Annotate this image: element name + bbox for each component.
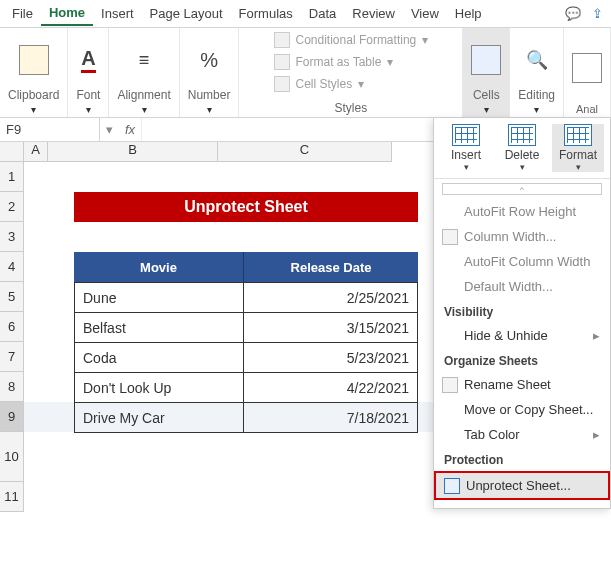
menubar: File Home Insert Page Layout Formulas Da… [0,0,611,28]
table-row[interactable]: Drive My Car7/18/2021 [75,403,418,433]
table-headers: Movie Release Date [74,252,418,282]
menu-formulas[interactable]: Formulas [231,2,301,25]
share-icon[interactable]: ⇪ [587,4,607,24]
row-headers: 1 2 3 4 5 6 7 8 9 10 11 [0,162,24,512]
delete-cells-button[interactable]: Delete▾ [496,124,548,172]
rename-icon [442,377,458,393]
table-row[interactable]: Belfast3/15/2021 [75,313,418,343]
menu-view[interactable]: View [403,2,447,25]
clipboard-label[interactable]: Clipboard [8,88,59,115]
row-11[interactable]: 11 [0,482,24,512]
cell-date: 3/15/2021 [244,313,418,343]
header-release-date: Release Date [244,252,418,282]
analyze-icon[interactable] [572,53,602,83]
paste-icon[interactable] [19,45,49,75]
select-all-corner[interactable] [0,142,24,162]
unprotect-sheet-item[interactable]: Unprotect Sheet... [434,471,610,500]
row-4[interactable]: 4 [0,252,24,282]
row-6[interactable]: 6 [0,312,24,342]
cell-movie: Dune [75,283,244,313]
percent-icon[interactable]: % [200,49,218,72]
insert-cells-button[interactable]: Insert▾ [440,124,492,172]
cell-styles-icon [274,76,290,92]
format-dropdown: Insert▾ Delete▾ Format▾ ^ AutoFit Row He… [433,118,611,509]
delete-icon [508,124,536,146]
group-editing: 🔍 Editing [510,28,564,117]
tab-color-item[interactable]: Tab Color▸ [434,422,610,447]
title-banner: Unprotect Sheet [74,192,418,222]
autofit-row-height-item[interactable]: AutoFit Row Height [434,199,610,224]
row-8[interactable]: 8 [0,372,24,402]
find-icon[interactable]: 🔍 [526,49,548,71]
table-icon [274,54,290,70]
cell-date: 4/22/2021 [244,373,418,403]
cells-label: Cells [473,88,500,115]
menu-page-layout[interactable]: Page Layout [142,2,231,25]
menu-help[interactable]: Help [447,2,490,25]
rename-sheet-item[interactable]: Rename Sheet [434,372,610,397]
ribbon: Clipboard A Font ≡ Alignment % Number Co… [0,28,611,118]
table-row[interactable]: Coda5/23/2021 [75,343,418,373]
menu-file[interactable]: File [4,2,41,25]
namebox-dropdown-icon[interactable]: ▾ [100,122,119,137]
col-width-icon [442,229,458,245]
font-label[interactable]: Font [76,88,100,115]
cell-movie: Coda [75,343,244,373]
cond-fmt-icon [274,32,290,48]
menu-data[interactable]: Data [301,2,344,25]
data-table: Dune2/25/2021 Belfast3/15/2021 Coda5/23/… [74,282,418,433]
cell-movie: Belfast [75,313,244,343]
row-10[interactable]: 10 [0,432,24,482]
column-width-item[interactable]: Column Width... [434,224,610,249]
header-movie: Movie [74,252,244,282]
group-analysis: Anal [564,28,611,117]
cell-date: 7/18/2021 [244,403,418,433]
comments-icon[interactable]: 💬 [563,4,583,24]
number-label[interactable]: Number [188,88,231,115]
group-font: A Font [68,28,109,117]
editing-label[interactable]: Editing [518,88,555,115]
fx-icon[interactable]: fx [119,122,141,137]
move-copy-sheet-item[interactable]: Move or Copy Sheet... [434,397,610,422]
font-color-icon[interactable]: A [81,47,95,73]
col-A[interactable]: A [24,142,48,162]
analysis-label: Anal [576,103,598,115]
row-height-slider[interactable]: ^ [442,183,602,195]
group-cells[interactable]: Cells [463,28,510,117]
hide-unhide-item[interactable]: Hide & Unhide▸ [434,323,610,348]
group-styles: Conditional Formatting ▾ Format as Table… [239,28,463,117]
format-as-table-button[interactable]: Format as Table ▾ [274,54,394,70]
default-width-item[interactable]: Default Width... [434,274,610,299]
autofit-col-width-item[interactable]: AutoFit Column Width [434,249,610,274]
row-5[interactable]: 5 [0,282,24,312]
cell-movie: Drive My Car [75,403,244,433]
visibility-section: Visibility [434,299,610,323]
col-C[interactable]: C [218,142,392,162]
table-row[interactable]: Dune2/25/2021 [75,283,418,313]
format-icon [564,124,592,146]
conditional-formatting-button[interactable]: Conditional Formatting ▾ [274,32,429,48]
name-box[interactable]: F9 [0,118,100,141]
row-2[interactable]: 2 [0,192,24,222]
alignment-label[interactable]: Alignment [117,88,170,115]
cell-styles-button[interactable]: Cell Styles ▾ [274,76,365,92]
table-row[interactable]: Don't Look Up4/22/2021 [75,373,418,403]
cell-date: 5/23/2021 [244,343,418,373]
row-1[interactable]: 1 [0,162,24,192]
row-9[interactable]: 9 [0,402,24,432]
cells-icon [471,45,501,75]
organize-sheets-section: Organize Sheets [434,348,610,372]
align-icon[interactable]: ≡ [139,50,150,71]
group-alignment: ≡ Alignment [109,28,179,117]
group-clipboard: Clipboard [0,28,68,117]
unprotect-icon [444,478,460,494]
protection-section: Protection [434,447,610,471]
row-3[interactable]: 3 [0,222,24,252]
menu-home[interactable]: Home [41,1,93,26]
group-number: % Number [180,28,240,117]
row-7[interactable]: 7 [0,342,24,372]
menu-review[interactable]: Review [344,2,403,25]
menu-insert[interactable]: Insert [93,2,142,25]
format-cells-button[interactable]: Format▾ [552,124,604,172]
col-B[interactable]: B [48,142,218,162]
